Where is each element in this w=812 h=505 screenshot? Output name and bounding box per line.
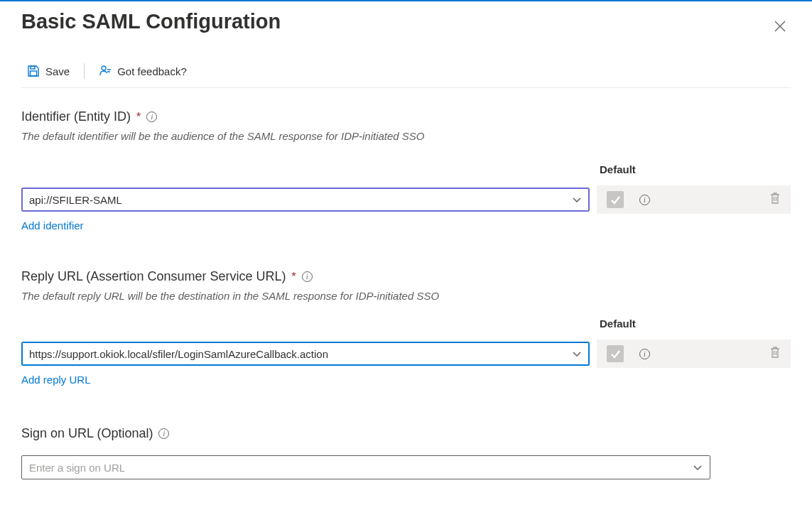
close-icon — [774, 20, 786, 33]
feedback-icon — [99, 65, 112, 77]
chevron-down-icon — [693, 462, 703, 472]
signon-input-row — [21, 455, 791, 479]
add-reply-url-link[interactable]: Add reply URL — [21, 374, 91, 386]
reply-default-checkbox[interactable] — [607, 345, 624, 362]
chevron-down-icon — [572, 195, 582, 205]
info-icon[interactable]: i — [639, 349, 650, 359]
reply-table-head: Default — [21, 317, 791, 340]
chevron-down-icon — [572, 349, 582, 359]
identifier-table-head: Default — [21, 163, 791, 185]
signon-label: Sign on URL (Optional) — [21, 426, 153, 441]
identifier-default-cell: i — [597, 185, 791, 214]
svg-rect-0 — [31, 66, 35, 69]
reply-input-wrap[interactable] — [21, 342, 590, 366]
trash-icon — [769, 346, 781, 359]
required-indicator: * — [291, 271, 296, 283]
reply-default-cell: i — [597, 340, 791, 368]
required-indicator: * — [136, 111, 141, 124]
signon-section: Sign on URL (Optional) i — [21, 426, 791, 479]
save-icon — [27, 65, 40, 77]
signon-input[interactable] — [22, 456, 686, 479]
identifier-default-checkbox[interactable] — [607, 191, 624, 208]
page-title: Basic SAML Configuration — [21, 9, 281, 36]
svg-point-2 — [102, 66, 106, 70]
reply-dropdown-toggle[interactable] — [565, 342, 589, 366]
saml-config-panel: Basic SAML Configuration Save Got feedba… — [0, 0, 812, 479]
reply-delete-button[interactable] — [769, 346, 781, 362]
save-button[interactable]: Save — [21, 62, 75, 80]
info-icon[interactable]: i — [158, 428, 169, 439]
panel-header: Basic SAML Configuration — [21, 0, 791, 39]
identifier-table: Default i — [21, 163, 791, 214]
signon-label-row: Sign on URL (Optional) i — [21, 426, 791, 441]
reply-table: Default i — [21, 317, 791, 368]
signon-input-wrap[interactable] — [21, 455, 710, 479]
signon-dropdown-toggle[interactable] — [686, 455, 710, 479]
toolbar-separator — [84, 63, 85, 79]
identifier-description: The default identifier will be the audie… — [21, 130, 791, 142]
check-icon — [610, 195, 621, 205]
panel-top-accent — [0, 0, 812, 1]
reply-label: Reply URL (Assertion Consumer Service UR… — [21, 269, 286, 284]
identifier-delete-button[interactable] — [769, 192, 781, 207]
info-icon[interactable]: i — [146, 112, 157, 122]
identifier-row: i — [21, 185, 791, 214]
reply-label-row: Reply URL (Assertion Consumer Service UR… — [21, 269, 791, 284]
identifier-input[interactable] — [22, 188, 565, 211]
info-icon[interactable]: i — [639, 195, 650, 205]
feedback-button[interactable]: Got feedback? — [93, 62, 193, 80]
reply-row: i — [21, 340, 791, 368]
identifier-label-row: Identifier (Entity ID) * i — [21, 109, 791, 124]
svg-rect-1 — [31, 71, 37, 76]
default-column-header: Default — [590, 163, 791, 185]
trash-icon — [769, 192, 781, 205]
default-column-header: Default — [590, 317, 791, 340]
save-label: Save — [45, 65, 70, 77]
identifier-dropdown-toggle[interactable] — [565, 188, 589, 212]
identifier-input-wrap[interactable] — [21, 188, 590, 212]
feedback-label: Got feedback? — [117, 65, 187, 77]
reply-description: The default reply URL will be the destin… — [21, 290, 791, 302]
add-identifier-link[interactable]: Add identifier — [21, 219, 84, 232]
toolbar: Save Got feedback? — [21, 62, 791, 88]
close-button[interactable] — [769, 16, 791, 39]
reply-url-section: Reply URL (Assertion Consumer Service UR… — [21, 269, 791, 386]
info-icon[interactable]: i — [302, 271, 313, 282]
reply-input[interactable] — [22, 342, 565, 365]
identifier-label: Identifier (Entity ID) — [21, 109, 131, 124]
check-icon — [610, 349, 621, 359]
identifier-section: Identifier (Entity ID) * i The default i… — [21, 109, 791, 232]
